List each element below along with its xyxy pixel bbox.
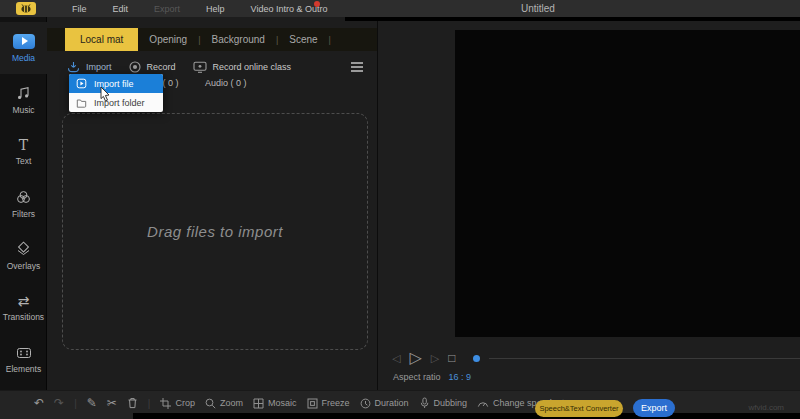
sidebar-item-music[interactable]: Music: [0, 74, 47, 126]
filters-icon: [15, 189, 32, 205]
tool-label: Zoom: [220, 398, 243, 408]
drop-zone-text: Drag files to import: [147, 223, 283, 240]
delete-trash-icon[interactable]: [127, 397, 138, 409]
record-button[interactable]: Record: [129, 61, 176, 73]
media-subtab-audio[interactable]: Audio ( 0 ): [205, 78, 247, 88]
menu-item-file[interactable]: File: [72, 4, 87, 14]
record-online-label: Record online class: [213, 62, 292, 72]
toolbar-row: ↶ ↷ | ✎ ✂ | Crop Zoom: [34, 397, 564, 409]
mouse-cursor: [99, 86, 111, 103]
tool-zoom[interactable]: Zoom: [205, 398, 243, 409]
sidebar-item-text[interactable]: T Text: [0, 126, 47, 178]
duration-clock-icon: [360, 398, 371, 409]
sidebar: Media Music T Text Filters: [0, 17, 47, 390]
window-title: Untitled: [521, 3, 555, 14]
tool-label: Freeze: [322, 398, 350, 408]
sidebar-item-label: Text: [16, 156, 32, 166]
text-icon: T: [19, 138, 28, 152]
sidebar-item-filters[interactable]: Filters: [0, 178, 47, 230]
import-file-icon: [76, 78, 87, 89]
elements-icon: [15, 346, 33, 360]
sidebar-item-label: Overlays: [7, 261, 41, 271]
speed-gauge-icon: [477, 398, 489, 408]
watermark-text: wfvid.com: [748, 403, 784, 412]
sidebar-item-media[interactable]: Media: [0, 22, 47, 74]
menu-item-import-file[interactable]: Import file: [69, 74, 163, 93]
sidebar-item-overlays[interactable]: Overlays: [0, 230, 47, 282]
previous-frame-button[interactable]: ◁: [392, 353, 400, 364]
media-panel: Local mat Opening | Background | Scene |…: [47, 17, 378, 390]
sidebar-item-elements[interactable]: Elements: [0, 334, 47, 386]
scrubber-track[interactable]: [489, 358, 800, 359]
app-window: File Edit Export Help Video Intro & Outr…: [0, 0, 800, 419]
tool-crop[interactable]: Crop: [160, 398, 195, 409]
tab-background[interactable]: Background: [201, 28, 276, 51]
speech-text-converter-button[interactable]: Speech&Text Converter: [535, 400, 623, 417]
import-icon: [67, 61, 80, 73]
menubar: File Edit Export Help Video Intro & Outr…: [0, 0, 800, 17]
record-label: Record: [147, 62, 176, 72]
tool-label: Crop: [175, 398, 195, 408]
tab-separator: |: [329, 35, 331, 45]
aspect-ratio-label: Aspect ratio: [393, 372, 441, 382]
import-button[interactable]: Import: [67, 61, 112, 73]
toolbar-divider: |: [74, 398, 77, 409]
edit-pencil-icon[interactable]: ✎: [87, 397, 97, 409]
toolbar-divider: |: [148, 398, 151, 409]
tool-freeze[interactable]: Freeze: [307, 398, 350, 409]
bee-icon: [20, 3, 32, 14]
tool-dubbing[interactable]: Dubbing: [419, 397, 468, 409]
export-button[interactable]: Export: [633, 399, 675, 417]
import-dropdown-menu: Import file Import folder: [69, 74, 163, 112]
edit-toolbar: ↶ ↷ | ✎ ✂ | Crop Zoom: [0, 390, 800, 419]
next-frame-button[interactable]: ▷: [431, 353, 439, 364]
menu-item-help[interactable]: Help: [206, 4, 225, 14]
zoom-icon: [205, 398, 216, 409]
aspect-ratio-row: Aspect ratio 16 : 9: [393, 372, 471, 382]
menu-item-import-folder[interactable]: Import folder: [69, 93, 163, 112]
video-preview: [455, 30, 800, 337]
play-button[interactable]: ▷: [409, 350, 421, 366]
stop-button[interactable]: □: [448, 352, 455, 364]
tab-opening[interactable]: Opening: [138, 28, 198, 51]
record-icon: [129, 61, 141, 73]
tool-duration[interactable]: Duration: [360, 398, 409, 409]
menu-item-export: Export: [154, 4, 180, 14]
tab-bar: Local mat Opening | Background | Scene |: [47, 28, 377, 51]
transitions-icon: ⇄: [18, 294, 30, 308]
tab-local-mat[interactable]: Local mat: [65, 28, 138, 51]
timeline-strip: [133, 413, 800, 419]
redo-icon: ↷: [54, 397, 64, 409]
dubbing-mic-icon: [419, 397, 430, 409]
drop-zone[interactable]: Drag files to import: [62, 113, 368, 350]
overlays-icon: [15, 241, 32, 257]
freeze-icon: [307, 398, 318, 409]
sidebar-item-label: Elements: [6, 364, 41, 374]
import-label: Import: [86, 62, 112, 72]
menu-item-edit[interactable]: Edit: [113, 4, 129, 14]
scrubber-handle[interactable]: [473, 355, 480, 362]
aspect-ratio-value[interactable]: 16 : 9: [449, 372, 472, 382]
tab-scene[interactable]: Scene: [278, 28, 328, 51]
notification-badge: [314, 1, 320, 7]
sidebar-item-label: Media: [12, 53, 35, 63]
tool-label: Dubbing: [434, 398, 468, 408]
tool-mosaic[interactable]: Mosaic: [253, 398, 297, 409]
mosaic-icon: [253, 398, 264, 409]
import-folder-icon: [76, 98, 87, 108]
undo-icon[interactable]: ↶: [34, 397, 44, 409]
app-logo-icon: [16, 2, 36, 15]
tool-label: Mosaic: [268, 398, 297, 408]
media-icon: [13, 34, 35, 49]
sidebar-item-label: Filters: [12, 209, 35, 219]
split-scissors-icon[interactable]: ✂: [107, 397, 117, 409]
crop-icon: [160, 398, 171, 409]
sidebar-item-label: Transitions: [3, 312, 44, 322]
music-icon: [16, 85, 32, 101]
list-view-icon[interactable]: [351, 62, 363, 72]
sidebar-item-transitions[interactable]: ⇄ Transitions: [0, 282, 47, 334]
monitor-icon: [193, 61, 207, 73]
sidebar-item-label: Music: [12, 105, 34, 115]
record-online-class-button[interactable]: Record online class: [193, 61, 292, 73]
preview-panel: ◁ ▷ ▷ □ Aspect ratio 16 : 9: [378, 17, 800, 390]
